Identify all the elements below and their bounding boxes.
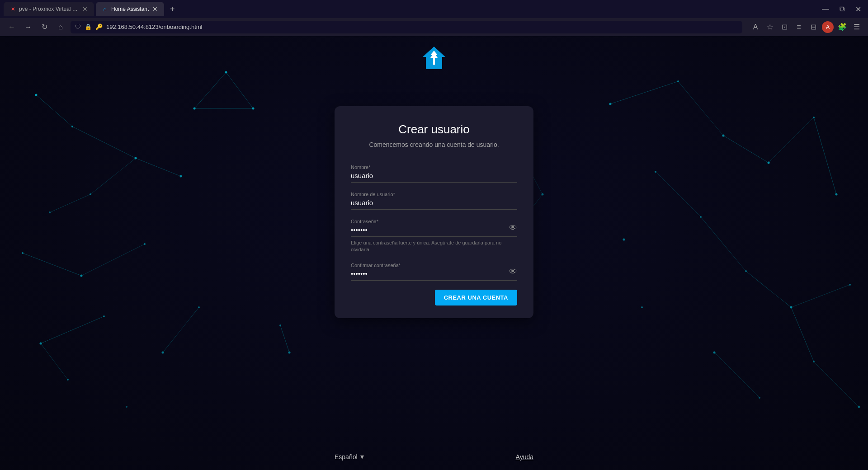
account-icon[interactable]: A xyxy=(822,21,834,33)
language-chevron-icon: ▾ xyxy=(360,452,364,461)
username-input[interactable] xyxy=(351,188,517,210)
create-user-card: Crear usuario Comencemos creando una cue… xyxy=(335,106,533,318)
pocket-icon[interactable]: ⊡ xyxy=(778,21,790,33)
logo-area xyxy=(420,44,448,71)
language-label: Español xyxy=(335,453,358,461)
restore-button[interactable]: ⧉ xyxy=(835,3,848,15)
back-button[interactable]: ← xyxy=(5,21,18,33)
library-icon[interactable]: ≡ xyxy=(793,21,805,33)
password-input[interactable] xyxy=(351,215,517,237)
close-button[interactable]: ✕ xyxy=(852,3,864,15)
username-field-group: Nombre de usuario* xyxy=(351,188,517,210)
page-content: Crear usuario Comencemos creando una cue… xyxy=(0,36,868,470)
create-account-button[interactable]: CREAR UNA CUENTA xyxy=(435,290,517,306)
card-title: Crear usuario xyxy=(351,122,517,136)
window-controls: — ⧉ ✕ xyxy=(819,3,864,15)
new-tab-icon: + xyxy=(170,5,175,14)
card-subtitle: Comencemos creando una cuenta de usuario… xyxy=(351,141,517,148)
proxmox-favicon-icon: ✕ xyxy=(9,5,16,13)
password-field-group: Contraseña* 👁 Elige una contraseña fuert… xyxy=(351,215,517,254)
bookmark-star-icon[interactable]: ☆ xyxy=(764,21,776,33)
name-field-group: Nombre* xyxy=(351,161,517,183)
address-bar[interactable]: 🛡 🔒 🔑 192.168.50.44:8123/onboarding.html xyxy=(71,21,742,33)
tab-bar: ✕ pve - Proxmox Virtual Environ... ✕ ⌂ H… xyxy=(0,0,868,18)
password-toggle-icon[interactable]: 👁 xyxy=(509,223,517,233)
translate-icon[interactable]: A xyxy=(750,21,761,33)
nav-right-icons: A ☆ ⊡ ≡ ⊟ A 🧩 ☰ xyxy=(750,21,863,33)
password-hint: Elige una contraseña fuerte y única. Ase… xyxy=(351,240,517,254)
sidebar-icon[interactable]: ⊟ xyxy=(807,21,819,33)
shield-icon: 🛡 xyxy=(75,24,81,30)
ha-favicon-icon: ⌂ xyxy=(101,5,108,13)
reload-button[interactable]: ↻ xyxy=(38,21,51,33)
tab-proxmox-close[interactable]: ✕ xyxy=(81,5,89,13)
confirm-password-toggle-icon[interactable]: 👁 xyxy=(509,267,517,277)
create-account-row: CREAR UNA CUENTA xyxy=(351,290,517,306)
name-input[interactable] xyxy=(351,161,517,183)
help-link[interactable]: Ayuda xyxy=(516,453,533,461)
menu-icon[interactable]: ☰ xyxy=(851,21,863,33)
address-text: 192.168.50.44:8123/onboarding.html xyxy=(106,24,738,30)
home-button[interactable]: ⌂ xyxy=(54,21,67,33)
tab-ha-label: Home Assistant xyxy=(111,6,149,12)
tab-proxmox-label: pve - Proxmox Virtual Environ... xyxy=(19,6,79,12)
footer: Español ▾ Ayuda xyxy=(335,452,533,461)
confirm-password-input[interactable] xyxy=(351,259,517,281)
confirm-password-field-group: Confirmar contraseña* 👁 xyxy=(351,259,517,281)
new-tab-button[interactable]: + xyxy=(166,3,179,15)
tab-proxmox[interactable]: ✕ pve - Proxmox Virtual Environ... ✕ xyxy=(4,2,94,16)
lock-icon: 🔒 xyxy=(85,24,92,30)
extensions-icon[interactable]: 🧩 xyxy=(836,21,848,33)
tab-ha-close[interactable]: ✕ xyxy=(151,5,159,13)
key-icon: 🔑 xyxy=(95,24,103,30)
minimize-button[interactable]: — xyxy=(819,3,832,15)
forward-button[interactable]: → xyxy=(22,21,34,33)
language-selector[interactable]: Español ▾ xyxy=(335,452,364,461)
nav-bar: ← → ↻ ⌂ 🛡 🔒 🔑 192.168.50.44:8123/onboard… xyxy=(0,18,868,36)
tab-home-assistant[interactable]: ⌂ Home Assistant ✕ xyxy=(96,2,164,16)
home-assistant-logo xyxy=(420,44,448,71)
